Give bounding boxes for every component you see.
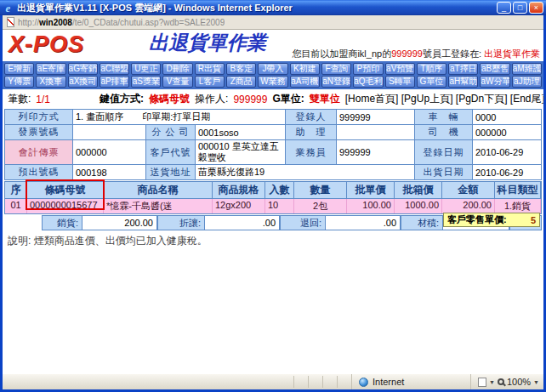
preout-no-field[interactable]: 000198 <box>73 165 146 180</box>
salesperson-label: 業務員 <box>286 140 337 165</box>
menu-button[interactable]: U更正 <box>131 63 161 75</box>
address-bar[interactable]: http://win2008/te/0_CData/chutui.asp?wdb… <box>3 15 543 30</box>
menu-button[interactable]: P預印 <box>353 63 383 75</box>
maximize-button[interactable]: □ <box>513 2 527 14</box>
item-table-header: 序條碼母號商品名稱商品規格入數數量批單價批箱價金額科目類型 <box>4 181 542 199</box>
menu-button[interactable]: R出貨 <box>195 63 225 75</box>
menu-button[interactable]: V查量 <box>162 76 192 88</box>
menu-button[interactable]: T順序 <box>417 63 446 75</box>
menu-button[interactable]: aA司機 <box>290 76 320 88</box>
assistant-label: 助 理 <box>286 125 337 140</box>
item-cell: 0000000015677 <box>27 199 104 213</box>
driver-label: 司 機 <box>415 125 473 140</box>
menu-button[interactable]: aB歷售 <box>480 63 509 75</box>
sales-total-label: 銷貨: <box>42 215 82 230</box>
menu-button[interactable]: J帶入 <box>258 63 287 75</box>
status-divider <box>308 376 322 388</box>
record-count-value: 1/1 <box>36 94 50 105</box>
menu-button[interactable]: aE寄庫 <box>36 63 65 75</box>
menu-button[interactable]: aP排車 <box>100 76 129 88</box>
invoice-no-field[interactable] <box>73 125 146 140</box>
customer-code-label: 客戶代號 <box>146 140 196 165</box>
menu-button[interactable]: aC聯盟 <box>100 63 129 75</box>
vehicle-field[interactable]: 0000 <box>473 110 542 125</box>
minimize-button[interactable]: _ <box>497 2 511 14</box>
item-cell: *憶霖-千島醬(迷 <box>104 199 213 213</box>
info-bar: 筆數: 1/1 鍵值方式: 條碼母號 操作人: 999999 G單位: 雙單位 … <box>3 89 543 108</box>
menu-button[interactable]: aH幫助 <box>448 76 478 88</box>
item-cell: 1000.00 <box>395 199 442 213</box>
login-status-suffix: 號員工登錄在: <box>423 48 484 59</box>
item-cell: 200.00 <box>442 199 495 213</box>
discount-label: 折讓: <box>157 215 205 230</box>
zoom-control[interactable]: ▼ 100% ▼ <box>470 374 543 389</box>
item-cell: 01 <box>5 199 27 213</box>
ie-logo-icon: e <box>3 3 14 14</box>
item-cell: 2包 <box>294 199 347 213</box>
item-cell: 100.00 <box>347 199 395 213</box>
page-title: 出退貨單作業 <box>149 30 266 56</box>
url-path: /te/0_CData/chutui.asp?wdb=SALE2009 <box>72 18 225 27</box>
discount-field[interactable]: .00 <box>205 215 280 230</box>
print-mode-field[interactable]: 1. 畫面順序 印單期:打單日期 <box>73 110 286 125</box>
menu-button[interactable]: L客戶 <box>195 76 225 88</box>
driver-field[interactable]: 000000 <box>473 125 542 140</box>
menu-button[interactable]: X換車 <box>36 76 65 88</box>
menu-button[interactable]: aW分單 <box>480 76 509 88</box>
status-divider <box>293 376 308 388</box>
page-icon <box>478 378 486 387</box>
menu-button[interactable]: aX換司 <box>68 76 98 88</box>
menu-button[interactable]: K初建 <box>290 63 320 75</box>
accounting-voucher-label: 會計傳票 <box>5 140 73 165</box>
assistant-field[interactable] <box>337 125 415 140</box>
print-mode-label: 列印方式 <box>5 110 73 125</box>
column-header: 數量 <box>294 182 347 198</box>
column-header: 條碼母號 <box>27 182 104 198</box>
menu-button[interactable]: aM維護 <box>512 63 542 75</box>
branch-label: 分 公 司 <box>146 125 196 140</box>
menu-button[interactable]: aV預覽 <box>385 63 415 75</box>
menu-button[interactable]: aQ毛利 <box>353 76 383 88</box>
menu-button[interactable]: aJ助理 <box>512 76 542 88</box>
delivery-address-field[interactable]: 苗栗縣光復路19 <box>196 165 415 180</box>
menu-bar: E增新aE寄庫aG寄銷aC聯盟U更正D刪除R出貨B客定J帶入K初建F查詢P預印a… <box>3 61 543 89</box>
menu-button[interactable]: aN登錄 <box>321 76 351 88</box>
customer-code-field[interactable]: 000010 皇英立達五穀豐收 <box>196 140 286 165</box>
caret-down-icon[interactable]: ▼ <box>489 379 495 385</box>
menu-button[interactable]: Y傳票 <box>4 76 34 88</box>
merchant-id: ikl_np <box>357 48 382 59</box>
menu-button[interactable]: B客定 <box>226 63 256 75</box>
column-header: 科目類型 <box>495 182 541 198</box>
accounting-voucher-field[interactable]: 000000 <box>73 140 146 165</box>
caret-down-icon[interactable]: ▼ <box>533 379 539 385</box>
menu-button[interactable]: E增新 <box>4 63 34 75</box>
xpos-logo: X-POS <box>9 31 84 58</box>
branch-field[interactable]: 0001soso <box>196 125 286 140</box>
salesperson-field[interactable]: 999999 <box>337 140 415 165</box>
menu-button[interactable]: Z商品 <box>226 76 256 88</box>
retail-price-tooltip: 客戶零售單價: 5 <box>443 213 540 227</box>
url-protocol: http:// <box>18 18 39 27</box>
close-button[interactable]: × <box>529 2 543 14</box>
menu-row-2: Y傳票X換車aX換司aP排車aS獎業V查量L客戶Z商品W業務aA司機aN登錄aQ… <box>4 76 542 88</box>
login-user-field[interactable]: 999999 <box>337 110 415 125</box>
menu-button[interactable]: W業務 <box>258 76 287 88</box>
menu-button[interactable]: G單位 <box>417 76 446 88</box>
column-header: 批單價 <box>347 182 395 198</box>
vehicle-label: 車 輛 <box>415 110 473 125</box>
menu-button[interactable]: aG寄銷 <box>68 63 98 75</box>
menu-button[interactable]: F查詢 <box>321 63 351 75</box>
note-text: 說明: 煙類商品進價、出價均已加入健康稅。 <box>8 234 538 248</box>
url-text[interactable]: http://win2008/te/0_CData/chutui.asp?wdb… <box>18 18 225 27</box>
menu-button[interactable]: aT擇日 <box>448 63 478 75</box>
login-status-prefix: 您目前以加盟商 <box>292 48 357 59</box>
broken-page-icon <box>7 17 14 27</box>
sales-total-field[interactable]: 200.00 <box>82 215 157 230</box>
invoice-no-label: 發票號碼 <box>5 125 73 140</box>
menu-button[interactable]: S轉單 <box>385 76 415 88</box>
menu-button[interactable]: aS獎業 <box>131 76 161 88</box>
register-date-field[interactable]: 2010-06-29 <box>473 140 542 165</box>
ship-date-field[interactable]: 2010-06-29 <box>473 165 542 180</box>
return-field[interactable]: .00 <box>326 215 401 230</box>
menu-button[interactable]: D刪除 <box>162 63 192 75</box>
